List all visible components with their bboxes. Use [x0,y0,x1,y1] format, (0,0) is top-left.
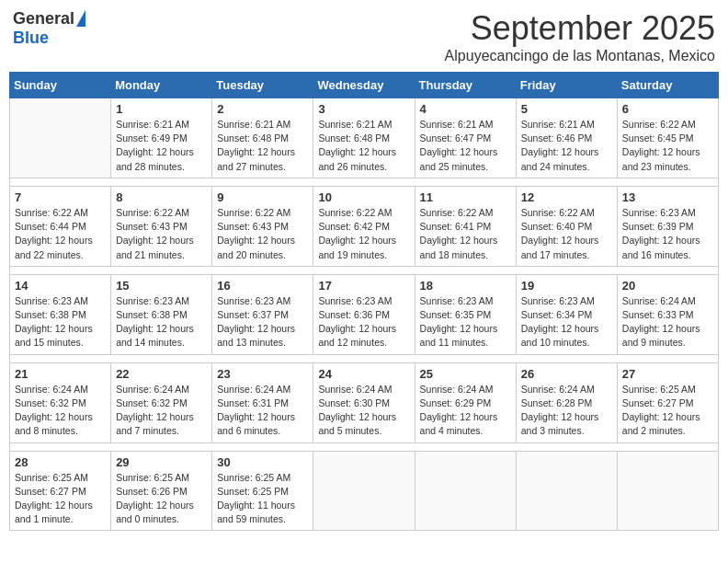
calendar-day-cell: 16Sunrise: 6:23 AM Sunset: 6:37 PM Dayli… [212,274,313,354]
calendar-day-cell: 17Sunrise: 6:23 AM Sunset: 6:36 PM Dayli… [313,274,415,354]
day-number: 11 [420,190,511,204]
day-number: 4 [420,102,511,116]
day-number: 24 [318,367,409,381]
day-number: 2 [217,102,308,116]
day-info: Sunrise: 6:22 AM Sunset: 6:40 PM Dayligh… [521,206,612,262]
day-number: 12 [521,190,612,204]
calendar-day-cell: 3Sunrise: 6:21 AM Sunset: 6:48 PM Daylig… [313,98,415,178]
calendar-week-row: 21Sunrise: 6:24 AM Sunset: 6:32 PM Dayli… [10,362,719,442]
calendar-day-cell: 15Sunrise: 6:23 AM Sunset: 6:38 PM Dayli… [111,274,212,354]
day-info: Sunrise: 6:23 AM Sunset: 6:39 PM Dayligh… [622,206,713,262]
page-header: General Blue September 2025 Alpuyecancin… [9,9,719,64]
calendar-table: SundayMondayTuesdayWednesdayThursdayFrid… [9,72,719,531]
calendar-day-cell [516,451,617,531]
day-info: Sunrise: 6:21 AM Sunset: 6:48 PM Dayligh… [318,118,409,174]
day-number: 25 [420,367,511,381]
location-subtitle: Alpuyecancingo de las Montanas, Mexico [445,48,715,64]
day-info: Sunrise: 6:25 AM Sunset: 6:27 PM Dayligh… [15,471,106,527]
day-info: Sunrise: 6:21 AM Sunset: 6:46 PM Dayligh… [521,118,612,174]
row-separator [10,442,719,451]
calendar-day-header: Monday [111,73,212,98]
day-number: 10 [318,190,409,204]
calendar-day-header: Sunday [10,73,111,98]
day-number: 7 [15,190,106,204]
day-number: 9 [217,190,308,204]
calendar-day-cell: 23Sunrise: 6:24 AM Sunset: 6:31 PM Dayli… [212,362,313,442]
day-number: 8 [116,190,207,204]
calendar-day-header: Wednesday [313,73,415,98]
day-info: Sunrise: 6:21 AM Sunset: 6:48 PM Dayligh… [217,118,308,174]
row-separator [10,178,719,186]
calendar-day-header: Thursday [415,73,516,98]
day-number: 1 [116,102,207,116]
calendar-day-cell: 9Sunrise: 6:22 AM Sunset: 6:43 PM Daylig… [212,186,313,266]
calendar-day-cell [617,451,718,531]
day-number: 13 [622,190,713,204]
calendar-day-cell: 24Sunrise: 6:24 AM Sunset: 6:30 PM Dayli… [313,362,415,442]
day-info: Sunrise: 6:21 AM Sunset: 6:47 PM Dayligh… [420,118,511,174]
calendar-day-cell: 20Sunrise: 6:24 AM Sunset: 6:33 PM Dayli… [617,274,718,354]
logo-triangle-icon [76,10,85,27]
day-info: Sunrise: 6:22 AM Sunset: 6:41 PM Dayligh… [420,206,511,262]
day-info: Sunrise: 6:25 AM Sunset: 6:26 PM Dayligh… [116,471,207,527]
day-info: Sunrise: 6:22 AM Sunset: 6:44 PM Dayligh… [15,206,106,262]
day-info: Sunrise: 6:24 AM Sunset: 6:30 PM Dayligh… [318,383,409,439]
day-number: 21 [15,367,106,381]
day-info: Sunrise: 6:25 AM Sunset: 6:25 PM Dayligh… [217,471,308,527]
day-number: 23 [217,367,308,381]
calendar-day-cell: 8Sunrise: 6:22 AM Sunset: 6:43 PM Daylig… [111,186,212,266]
calendar-day-cell: 12Sunrise: 6:22 AM Sunset: 6:40 PM Dayli… [516,186,617,266]
day-info: Sunrise: 6:23 AM Sunset: 6:35 PM Dayligh… [420,294,511,350]
day-number: 16 [217,279,308,293]
day-number: 27 [622,367,713,381]
day-info: Sunrise: 6:25 AM Sunset: 6:27 PM Dayligh… [622,383,713,439]
calendar-day-cell: 7Sunrise: 6:22 AM Sunset: 6:44 PM Daylig… [10,186,111,266]
calendar-day-header: Tuesday [212,73,313,98]
day-number: 6 [622,102,713,116]
calendar-day-header: Friday [516,73,617,98]
day-info: Sunrise: 6:24 AM Sunset: 6:32 PM Dayligh… [15,383,106,439]
day-number: 30 [217,455,308,469]
calendar-day-cell: 25Sunrise: 6:24 AM Sunset: 6:29 PM Dayli… [415,362,516,442]
calendar-header-row: SundayMondayTuesdayWednesdayThursdayFrid… [10,73,719,98]
day-number: 5 [521,102,612,116]
calendar-day-cell: 1Sunrise: 6:21 AM Sunset: 6:49 PM Daylig… [111,98,212,178]
day-number: 28 [15,455,106,469]
calendar-day-cell: 5Sunrise: 6:21 AM Sunset: 6:46 PM Daylig… [516,98,617,178]
calendar-day-cell [10,98,111,178]
calendar-day-cell: 26Sunrise: 6:24 AM Sunset: 6:28 PM Dayli… [516,362,617,442]
calendar-day-cell: 11Sunrise: 6:22 AM Sunset: 6:41 PM Dayli… [415,186,516,266]
title-section: September 2025 Alpuyecancingo de las Mon… [445,9,715,64]
day-info: Sunrise: 6:22 AM Sunset: 6:42 PM Dayligh… [318,206,409,262]
calendar-day-cell: 21Sunrise: 6:24 AM Sunset: 6:32 PM Dayli… [10,362,111,442]
day-info: Sunrise: 6:23 AM Sunset: 6:38 PM Dayligh… [116,294,207,350]
calendar-week-row: 28Sunrise: 6:25 AM Sunset: 6:27 PM Dayli… [10,451,719,531]
day-info: Sunrise: 6:24 AM Sunset: 6:28 PM Dayligh… [521,383,612,439]
day-number: 14 [15,279,106,293]
day-info: Sunrise: 6:22 AM Sunset: 6:45 PM Dayligh… [622,118,713,174]
logo-general-text: General [13,9,74,29]
calendar-day-cell: 30Sunrise: 6:25 AM Sunset: 6:25 PM Dayli… [212,451,313,531]
calendar-week-row: 14Sunrise: 6:23 AM Sunset: 6:38 PM Dayli… [10,274,719,354]
month-title: September 2025 [445,9,715,48]
calendar-day-cell: 10Sunrise: 6:22 AM Sunset: 6:42 PM Dayli… [313,186,415,266]
calendar-day-cell: 18Sunrise: 6:23 AM Sunset: 6:35 PM Dayli… [415,274,516,354]
calendar-day-header: Saturday [617,73,718,98]
day-info: Sunrise: 6:21 AM Sunset: 6:49 PM Dayligh… [116,118,207,174]
day-info: Sunrise: 6:24 AM Sunset: 6:33 PM Dayligh… [622,294,713,350]
day-info: Sunrise: 6:23 AM Sunset: 6:34 PM Dayligh… [521,294,612,350]
day-number: 18 [420,279,511,293]
calendar-day-cell: 19Sunrise: 6:23 AM Sunset: 6:34 PM Dayli… [516,274,617,354]
day-info: Sunrise: 6:23 AM Sunset: 6:36 PM Dayligh… [318,294,409,350]
day-info: Sunrise: 6:23 AM Sunset: 6:38 PM Dayligh… [15,294,106,350]
calendar-day-cell: 6Sunrise: 6:22 AM Sunset: 6:45 PM Daylig… [617,98,718,178]
day-info: Sunrise: 6:22 AM Sunset: 6:43 PM Dayligh… [116,206,207,262]
row-separator [10,354,719,362]
day-number: 19 [521,279,612,293]
calendar-day-cell: 13Sunrise: 6:23 AM Sunset: 6:39 PM Dayli… [617,186,718,266]
calendar-day-cell [415,451,516,531]
day-info: Sunrise: 6:23 AM Sunset: 6:37 PM Dayligh… [217,294,308,350]
day-info: Sunrise: 6:22 AM Sunset: 6:43 PM Dayligh… [217,206,308,262]
calendar-week-row: 7Sunrise: 6:22 AM Sunset: 6:44 PM Daylig… [10,186,719,266]
day-info: Sunrise: 6:24 AM Sunset: 6:31 PM Dayligh… [217,383,308,439]
